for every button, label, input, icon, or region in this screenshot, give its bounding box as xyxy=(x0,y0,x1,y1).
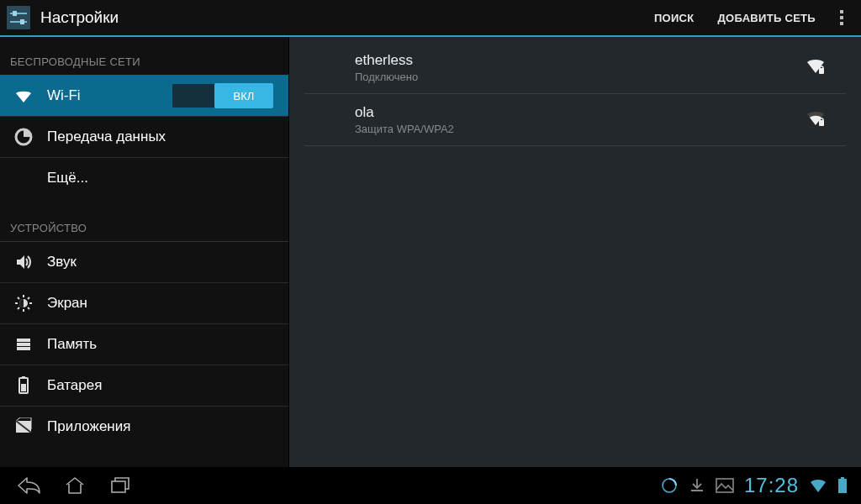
wifi-ssid: ola xyxy=(355,104,806,121)
search-action[interactable]: ПОИСК xyxy=(642,0,706,36)
home-button[interactable] xyxy=(52,467,98,504)
sidebar-item-label: Звук xyxy=(47,254,288,270)
status-battery-icon xyxy=(837,477,848,494)
svg-rect-3 xyxy=(13,11,17,16)
wifi-toggle[interactable]: ВКЛ xyxy=(172,84,273,108)
sidebar-item-label: Приложения xyxy=(47,418,288,435)
picture-icon xyxy=(716,478,734,493)
svg-rect-30 xyxy=(838,479,847,493)
back-button[interactable] xyxy=(7,467,52,504)
section-header-wireless: БЕСПРОВОДНЫЕ СЕТИ xyxy=(0,37,288,75)
wifi-network-list: etherless Подключено ola Защита WPA/WPA2 xyxy=(289,37,861,467)
wifi-status: Защита WPA/WPA2 xyxy=(355,123,806,135)
wifi-icon xyxy=(12,84,35,108)
settings-sidebar: БЕСПРОВОДНЫЕ СЕТИ Wi-Fi ВКЛ Передача дан… xyxy=(0,37,289,467)
svg-line-13 xyxy=(28,297,29,299)
wifi-network-item[interactable]: ola Защита WPA/WPA2 xyxy=(304,94,846,146)
sync-icon xyxy=(660,476,679,495)
overflow-menu-button[interactable] xyxy=(827,0,856,36)
sidebar-item-label: Wi-Fi xyxy=(47,87,172,104)
wifi-network-item[interactable]: etherless Подключено xyxy=(304,42,846,94)
action-bar: Настройки ПОИСК ДОБАВИТЬ СЕТЬ xyxy=(0,0,861,37)
battery-icon xyxy=(12,374,35,397)
svg-rect-16 xyxy=(17,343,30,346)
status-wifi-icon xyxy=(809,478,827,493)
sidebar-item-storage[interactable]: Память xyxy=(0,323,288,365)
settings-icon xyxy=(0,0,37,36)
sidebar-item-display[interactable]: Экран xyxy=(0,282,288,323)
page-title: Настройки xyxy=(40,8,119,27)
sidebar-item-label: Ещё... xyxy=(47,170,288,186)
sidebar-item-label: Экран xyxy=(47,295,288,312)
svg-rect-31 xyxy=(841,477,844,479)
svg-rect-19 xyxy=(22,376,25,378)
content-area: БЕСПРОВОДНЫЕ СЕТИ Wi-Fi ВКЛ Передача дан… xyxy=(0,37,861,467)
sidebar-item-apps[interactable]: Приложения xyxy=(0,406,288,447)
sidebar-item-data-usage[interactable]: Передача данных xyxy=(0,116,288,157)
wifi-signal-icon xyxy=(806,110,826,130)
svg-rect-15 xyxy=(17,339,30,342)
svg-rect-4 xyxy=(20,19,24,24)
sidebar-item-more[interactable]: Ещё... xyxy=(0,157,288,198)
add-network-action[interactable]: ДОБАВИТЬ СЕТЬ xyxy=(706,0,827,36)
storage-icon xyxy=(12,333,35,356)
sound-icon xyxy=(12,250,35,274)
sidebar-item-sound[interactable]: Звук xyxy=(0,241,288,282)
svg-rect-20 xyxy=(21,384,26,391)
svg-rect-29 xyxy=(716,479,733,492)
svg-rect-17 xyxy=(17,347,30,350)
data-usage-icon xyxy=(12,125,35,149)
sidebar-item-label: Передача данных xyxy=(47,129,288,145)
svg-rect-0 xyxy=(7,6,30,29)
wifi-toggle-label: ВКЛ xyxy=(214,83,273,108)
svg-line-12 xyxy=(28,307,29,309)
svg-line-11 xyxy=(18,297,19,299)
wifi-signal-icon xyxy=(806,58,826,78)
sidebar-item-battery[interactable]: Батарея xyxy=(0,365,288,406)
svg-line-14 xyxy=(18,307,19,309)
section-header-device: УСТРОЙСТВО xyxy=(0,198,288,241)
download-icon xyxy=(689,477,705,494)
sidebar-item-wifi[interactable]: Wi-Fi ВКЛ xyxy=(0,75,288,116)
display-icon xyxy=(12,291,35,315)
svg-rect-24 xyxy=(820,66,823,69)
svg-rect-26 xyxy=(820,118,823,121)
apps-icon xyxy=(12,415,35,438)
sidebar-item-label: Батарея xyxy=(47,377,288,394)
sidebar-item-label: Память xyxy=(47,336,288,353)
wifi-ssid: etherless xyxy=(355,52,806,69)
status-clock: 17:28 xyxy=(744,474,799,497)
recent-apps-button[interactable] xyxy=(98,467,143,504)
wifi-status: Подключено xyxy=(355,71,806,83)
status-cluster[interactable]: 17:28 xyxy=(660,474,854,497)
system-navigation-bar: 17:28 xyxy=(0,467,861,504)
svg-rect-27 xyxy=(112,481,125,492)
